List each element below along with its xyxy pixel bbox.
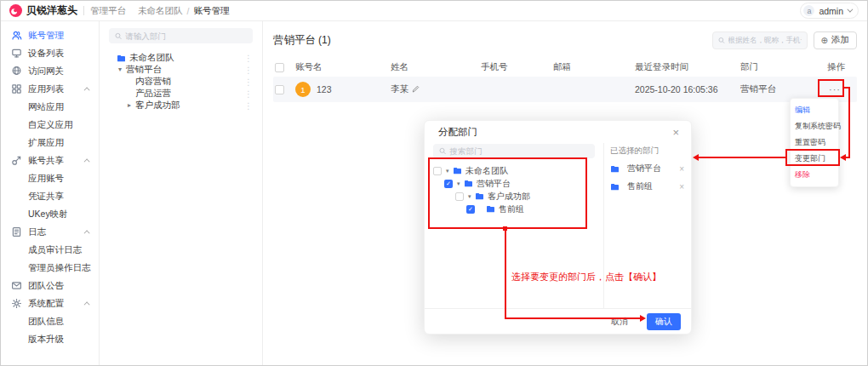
more-actions-button[interactable]: ··· xyxy=(824,83,846,96)
sidebar-item-label: 网站应用 xyxy=(28,101,64,113)
department-label: 营销平台 xyxy=(126,64,162,76)
breadcrumb-current: 账号管理 xyxy=(193,5,229,17)
topbar-divider xyxy=(83,6,84,15)
caret-icon[interactable]: ▾ xyxy=(446,168,453,174)
row-actions-menu: 编辑复制系统密码重置密码变更部门移除 xyxy=(790,98,839,187)
department-tree-node[interactable]: ▾未命名团队⋮ xyxy=(109,52,253,64)
modal-tree-node[interactable]: ▾客户成功部 xyxy=(433,190,595,203)
modal-department-search[interactable] xyxy=(433,144,595,158)
menu-item-复制系统密码[interactable]: 复制系统密码 xyxy=(791,118,838,134)
remove-icon[interactable]: × xyxy=(679,182,684,192)
cancel-button[interactable]: 取消 xyxy=(611,316,628,328)
gateway-icon xyxy=(11,66,22,77)
modal-department-search-input[interactable] xyxy=(449,146,589,156)
more-vertical-icon[interactable]: ⋮ xyxy=(244,77,253,87)
edit-pencil-icon[interactable] xyxy=(412,84,420,94)
breadcrumb-separator: / xyxy=(187,6,190,16)
confirm-button[interactable]: 确认 xyxy=(647,313,681,330)
more-vertical-icon[interactable]: ⋮ xyxy=(244,66,253,75)
sidebar-item[interactable]: 应用账号 xyxy=(1,169,99,187)
chevron-up-icon[interactable] xyxy=(84,87,90,93)
tree-checkbox[interactable] xyxy=(433,167,442,175)
modal-tree-node[interactable]: ✓▾营销平台 xyxy=(433,177,595,190)
folder-icon xyxy=(486,205,495,213)
share-icon xyxy=(11,155,22,166)
department-search-input[interactable] xyxy=(125,31,247,41)
dept-cell: 营销平台 xyxy=(740,83,819,95)
chevron-up-icon[interactable] xyxy=(84,158,90,164)
sidebar-item[interactable]: 管理员操作日志 xyxy=(1,259,99,277)
department-tree-node[interactable]: ▸客户成功部⋮ xyxy=(109,100,253,112)
topbar: 贝锐洋葱头 管理平台 未命名团队 / 账号管理 a admin xyxy=(1,1,867,21)
menu-item-编辑[interactable]: 编辑 xyxy=(791,102,838,118)
sidebar-item[interactable]: 版本升级 xyxy=(1,330,99,348)
sidebar-item[interactable]: 网站应用 xyxy=(1,98,99,116)
menu-item-重置密码[interactable]: 重置密码 xyxy=(791,134,838,151)
account-cell: 1123 xyxy=(295,82,391,97)
member-search[interactable] xyxy=(712,31,808,49)
selected-departments-panel: 已选择的部门 营销平台×售前组× xyxy=(603,143,691,308)
department-label: 未命名团队 xyxy=(129,52,174,64)
department-tree-node[interactable]: ▾产品运营⋮ xyxy=(109,88,253,100)
menu-item-变更部门[interactable]: 变更部门 xyxy=(791,151,838,167)
department-label: 客户成功部 xyxy=(488,191,530,203)
caret-icon[interactable]: ▾ xyxy=(468,193,475,199)
select-all-checkbox[interactable] xyxy=(275,63,284,72)
sidebar-item[interactable]: 凭证共享 xyxy=(1,187,99,205)
sidebar-item-label: 扩展应用 xyxy=(28,137,64,149)
department-search[interactable] xyxy=(109,28,253,43)
more-vertical-icon[interactable]: ⋮ xyxy=(244,89,253,99)
avatar: 1 xyxy=(295,82,311,97)
sidebar-item[interactable]: 系统配置 xyxy=(1,295,99,312)
member-name: 李某 xyxy=(391,83,408,95)
modal-tree-node[interactable]: ✓▾售前组 xyxy=(433,203,595,215)
row-checkbox[interactable] xyxy=(275,85,284,94)
tree-checkbox[interactable]: ✓ xyxy=(466,205,475,214)
remove-icon[interactable]: × xyxy=(679,164,684,174)
table-row: 1123李某2025-10-20 16:05:36营销平台··· xyxy=(273,77,857,102)
department-label: 产品运营 xyxy=(135,88,171,100)
tree-checkbox[interactable]: ✓ xyxy=(444,180,453,188)
add-member-button[interactable]: ⊕ 添加 xyxy=(814,31,857,49)
column-header: 最近登录时间 xyxy=(635,61,740,73)
user-avatar: a xyxy=(803,5,814,16)
more-vertical-icon[interactable]: ⋮ xyxy=(244,101,253,111)
caret-icon[interactable]: ▸ xyxy=(128,102,135,109)
more-vertical-icon[interactable]: ⋮ xyxy=(244,54,253,63)
sidebar-item[interactable]: 设备列表 xyxy=(1,44,99,62)
modal-tree-node[interactable]: ▾未命名团队 xyxy=(433,164,595,177)
menu-item-移除[interactable]: 移除 xyxy=(791,167,838,183)
sidebar-item-label: 账号管理 xyxy=(28,30,64,42)
chevron-up-icon[interactable] xyxy=(84,301,90,307)
folder-icon xyxy=(117,54,126,62)
chevron-up-icon[interactable] xyxy=(84,230,90,236)
tree-checkbox[interactable] xyxy=(455,192,464,201)
sidebar-item[interactable]: 账号管理 xyxy=(1,26,99,44)
sidebar-item[interactable]: 团队信息 xyxy=(1,312,99,330)
department-label: 客户成功部 xyxy=(135,100,180,112)
breadcrumb-team[interactable]: 未命名团队 xyxy=(138,5,183,17)
sidebar-item[interactable]: 团队公告 xyxy=(1,277,99,295)
close-icon[interactable]: × xyxy=(672,127,679,138)
sidebar-item[interactable]: 自定义应用 xyxy=(1,116,99,134)
name-cell: 李某 xyxy=(391,83,481,95)
sidebar-item[interactable]: 日志 xyxy=(1,223,99,241)
user-menu[interactable]: a admin xyxy=(800,3,859,19)
search-icon xyxy=(718,37,725,44)
caret-icon[interactable]: ▾ xyxy=(118,66,126,73)
sidebar-item[interactable]: 扩展应用 xyxy=(1,134,99,152)
column-header: 操作 xyxy=(819,61,857,73)
department-tree-node[interactable]: ▾内容营销⋮ xyxy=(109,76,253,88)
brand-subtitle: 管理平台 xyxy=(90,5,126,17)
column-header: 账号名 xyxy=(295,61,391,73)
sidebar-item[interactable]: UKey映射 xyxy=(1,205,99,223)
caret-icon[interactable]: ▾ xyxy=(457,180,464,186)
user-name: admin xyxy=(819,6,843,16)
sidebar-item[interactable]: 账号共享 xyxy=(1,152,99,169)
department-tree-node[interactable]: ▾营销平台⋮ xyxy=(109,64,253,76)
sidebar-item[interactable]: 应用列表 xyxy=(1,80,99,98)
sidebar-item[interactable]: 访问网关 xyxy=(1,62,99,80)
sidebar-item-label: 系统配置 xyxy=(28,298,64,310)
member-search-input[interactable] xyxy=(728,36,802,44)
sidebar-item[interactable]: 成员审计日志 xyxy=(1,241,99,259)
